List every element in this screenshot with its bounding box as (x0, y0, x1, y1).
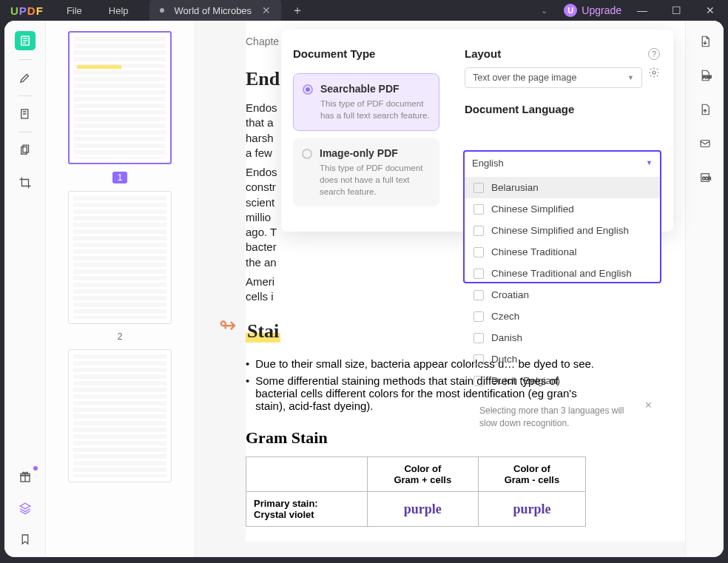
page-thumbnail[interactable] (68, 349, 172, 482)
ocr-icon[interactable]: OCR (695, 169, 715, 186)
maximize-button[interactable]: ☐ (663, 4, 690, 16)
radio-icon (303, 84, 313, 95)
chevron-down-icon[interactable]: ⌄ (532, 6, 556, 16)
language-option[interactable]: Danish (465, 327, 660, 348)
checkbox-icon (473, 247, 484, 257)
svg-rect-3 (23, 145, 29, 152)
svg-text:PDF/A: PDF/A (703, 75, 712, 79)
checkbox-icon (473, 290, 484, 300)
tab-document[interactable]: World of Microbes ✕ (149, 0, 282, 21)
checkbox-icon (473, 311, 484, 322)
language-option[interactable]: Dutch (465, 348, 660, 370)
pdfa-icon[interactable]: PDF/A (695, 67, 715, 84)
layers-icon[interactable] (15, 499, 36, 517)
email-icon[interactable] (695, 135, 715, 152)
bookmark-icon[interactable] (15, 530, 36, 548)
edit-text-icon[interactable] (15, 105, 36, 123)
layout-title: Layout (465, 47, 501, 60)
share-file-icon[interactable] (695, 101, 715, 118)
svg-rect-2 (21, 147, 27, 155)
add-tab-button[interactable]: ＋ (281, 3, 314, 18)
option-image-only-pdf[interactable]: Image-only PDF This type of PDF document… (293, 138, 439, 206)
page-thumbnail[interactable] (68, 191, 172, 324)
checkbox-icon (473, 183, 484, 193)
gift-icon[interactable] (15, 468, 36, 486)
tab-indicator-icon (160, 8, 164, 13)
page-thumbnail[interactable] (68, 31, 172, 164)
ocr-settings-panel: Document Type Searchable PDF This type o… (281, 30, 673, 232)
checkbox-icon (473, 376, 484, 386)
close-button[interactable]: ✕ (697, 4, 724, 16)
annotation-arrow-icon: ↬ (219, 313, 236, 337)
heading-staining: Stai (246, 320, 280, 343)
export-file-icon[interactable] (695, 33, 715, 50)
language-option[interactable]: Czech (465, 306, 660, 327)
language-option[interactable]: Chinese Traditional (465, 241, 660, 263)
user-badge-icon: U (564, 4, 577, 17)
checkbox-icon (473, 204, 484, 215)
document-type-title: Document Type (293, 47, 439, 60)
thumbnail-panel: 1 2 (46, 21, 194, 557)
radio-icon (302, 149, 312, 159)
close-icon[interactable]: ✕ (262, 4, 271, 16)
svg-text:OCR: OCR (702, 176, 711, 181)
language-option[interactable]: Croatian (465, 284, 660, 306)
checkbox-icon (473, 333, 484, 343)
svg-point-9 (653, 71, 655, 74)
thumbnails-icon[interactable] (15, 31, 36, 50)
upgrade-button[interactable]: U Upgrade (564, 4, 621, 17)
language-option[interactable]: Chinese Simplified (465, 198, 660, 220)
language-list[interactable]: BelarusianChinese SimplifiedChinese Simp… (465, 174, 660, 394)
tab-title: World of Microbes (175, 5, 252, 16)
help-icon[interactable]: ? (648, 48, 660, 60)
language-dropdown: English ▼ BelarusianChinese SimplifiedCh… (463, 150, 661, 283)
layout-select[interactable]: Text over the page image ▼ (465, 67, 642, 88)
page-number: 2 (118, 331, 123, 342)
language-tip: Selecting more than 3 languages will slo… (465, 394, 660, 440)
language-select[interactable]: English ▼ (465, 152, 660, 174)
left-toolbar (4, 21, 46, 557)
menu-file[interactable]: File (53, 5, 95, 16)
right-toolbar: PDF/A OCR (685, 21, 724, 557)
chevron-down-icon: ▼ (627, 74, 634, 81)
app-logo: UPDF (0, 4, 53, 17)
language-option[interactable]: Chinese Simplified and English (465, 220, 660, 241)
crop-icon[interactable] (15, 174, 36, 192)
page-number: 1 (112, 172, 128, 183)
gram-stain-table: Color ofGram + cells Color ofGram - cell… (246, 456, 586, 527)
pages-icon[interactable] (15, 141, 36, 159)
option-searchable-pdf[interactable]: Searchable PDF This type of PDF document… (293, 73, 439, 131)
language-option[interactable]: Belarusian (465, 177, 660, 198)
titlebar: UPDF File Help World of Microbes ✕ ＋ ⌄ U… (0, 0, 728, 21)
gear-icon[interactable] (648, 67, 660, 81)
language-option[interactable]: Dutch (Belgian) (465, 370, 660, 391)
checkbox-icon (473, 226, 484, 236)
language-option[interactable]: Chinese Traditional and English (465, 263, 660, 284)
svg-rect-6 (701, 141, 710, 147)
minimize-button[interactable]: — (629, 4, 655, 16)
highlighter-icon[interactable] (15, 69, 36, 87)
chevron-down-icon: ▼ (646, 159, 653, 166)
checkbox-icon (473, 354, 484, 365)
checkbox-icon (473, 269, 484, 279)
menu-help[interactable]: Help (95, 5, 142, 16)
close-icon[interactable]: ✕ (644, 399, 653, 412)
doc-language-title: Document Language (465, 103, 660, 115)
